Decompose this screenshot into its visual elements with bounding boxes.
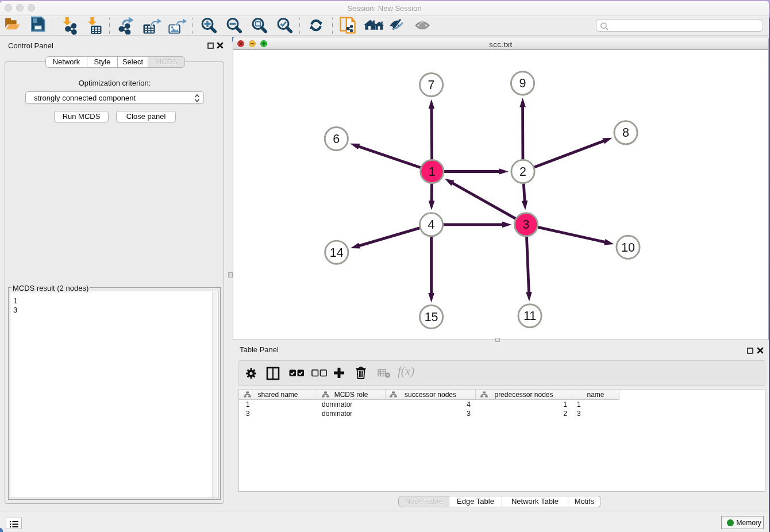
svg-text:3: 3 [523, 218, 530, 232]
svg-text:11: 11 [523, 309, 536, 323]
svg-text:15: 15 [425, 310, 438, 324]
svg-text:2: 2 [519, 165, 526, 179]
svg-text:6: 6 [333, 132, 340, 146]
svg-text:4: 4 [428, 218, 435, 232]
svg-text:10: 10 [621, 241, 635, 255]
svg-text:1: 1 [429, 165, 436, 179]
svg-text:7: 7 [428, 78, 435, 92]
svg-text:14: 14 [330, 246, 344, 260]
svg-text:9: 9 [519, 76, 526, 90]
svg-text:8: 8 [622, 126, 629, 140]
